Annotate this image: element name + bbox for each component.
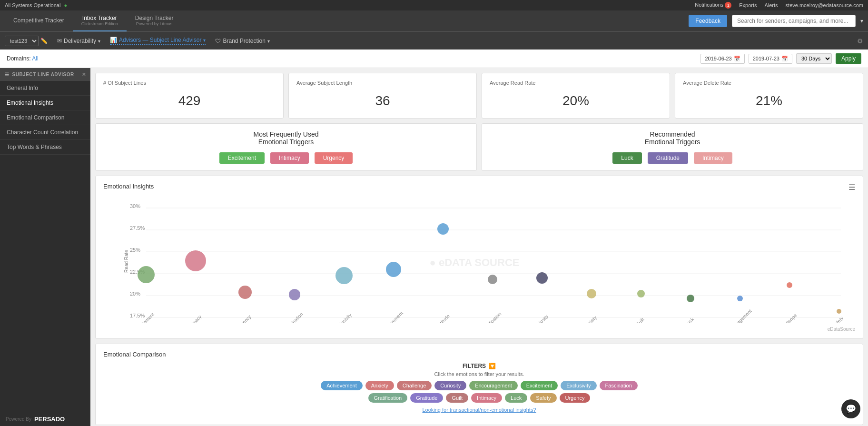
domain-all-link[interactable]: All — [32, 55, 38, 62]
exports-link[interactable]: Exports — [739, 2, 757, 8]
svg-text:Achievement: Achievement — [381, 310, 404, 323]
bubble-encouragement[interactable] — [737, 296, 743, 301]
stat-value-1: 36 — [296, 90, 469, 111]
tab-inbox[interactable]: Inbox Tracker Clickstream Edition — [73, 10, 127, 31]
system-status: All Systems Operational ● — [5, 2, 67, 8]
account-selector[interactable]: test123 ✏️ — [5, 36, 48, 46]
date-end-input[interactable]: 2019-07-23 📅 — [749, 54, 792, 64]
sidebar-icon: ☰ — [5, 72, 10, 77]
bubble-exclusivity[interactable] — [335, 267, 353, 284]
bubble-curiosity[interactable] — [536, 272, 548, 284]
nav-tabs: Competitive Tracker Inbox Tracker Clicks… — [5, 10, 182, 31]
edit-icon[interactable]: ✏️ — [40, 38, 48, 44]
tab-competitive[interactable]: Competitive Tracker — [5, 10, 73, 31]
date-start-input[interactable]: 2019-06-23 📅 — [700, 54, 744, 64]
rec-tag-luck[interactable]: Luck — [612, 152, 641, 164]
filter-tag-gratification[interactable]: Gratification — [368, 393, 408, 403]
sidebar-item-emotional[interactable]: Emotional Insights — [0, 96, 90, 110]
bubble-gratification[interactable] — [488, 275, 497, 284]
bubble-excitement[interactable] — [138, 266, 155, 283]
filter-tag-guilt[interactable]: Guilt — [446, 393, 468, 403]
stat-label-3: Average Delete Rate — [683, 80, 855, 86]
brand-nav[interactable]: 🛡 Brand Protection — [215, 38, 269, 44]
apply-button[interactable]: Apply — [836, 53, 861, 64]
notification-badge: 1 — [725, 2, 731, 9]
filter-tag-curiosity[interactable]: Curiosity — [434, 381, 466, 390]
chart-menu-icon[interactable]: ☰ — [848, 183, 855, 192]
bubble-intimacy[interactable] — [185, 250, 206, 271]
filter-tag-exclusivity[interactable]: Exclusivity — [561, 381, 596, 390]
bubble-gratitude[interactable] — [437, 223, 449, 235]
trigger-tag-urgency[interactable]: Urgency — [315, 152, 353, 164]
svg-text:Exclusivity: Exclusivity — [333, 312, 353, 323]
tab-design[interactable]: Design Tracker Powered by Litmus — [127, 10, 182, 31]
trigger-tag-intimacy[interactable]: Intimacy — [270, 152, 309, 164]
chart-attribution: eDataSource — [103, 327, 855, 332]
user-email: steve.mcelroy@edatasource.com — [786, 2, 863, 8]
rec-tag-gratitude[interactable]: Gratitude — [648, 152, 688, 164]
filter-tag-challenge[interactable]: Challenge — [397, 381, 432, 390]
search-input[interactable] — [732, 15, 856, 27]
search-dropdown-arrow[interactable]: ▾ — [860, 18, 863, 24]
advisors-nav[interactable]: 📊 Advisors — Subject Line Advisor — [110, 37, 206, 45]
filter-tag-anxiety[interactable]: Anxiety — [365, 381, 394, 390]
main-nav: Competitive Tracker Inbox Tracker Clicks… — [0, 10, 868, 31]
stat-card-read-rate: Average Read Rate 20% — [482, 73, 670, 119]
sidebar-item-character[interactable]: Character Count Correlation — [0, 125, 90, 140]
feedback-button[interactable]: Feedback — [689, 15, 727, 27]
domain-bar: Domains: All 2019-06-23 📅 2019-07-23 📅 3… — [0, 50, 868, 68]
triggers-row: Most Frequently Used Emotional Triggers … — [95, 123, 863, 171]
sidebar-item-comparison[interactable]: Emotional Comparison — [0, 110, 90, 125]
filter-tag-excitement[interactable]: Excitement — [521, 381, 558, 390]
transactional-link[interactable]: Looking for transactional/non-emotional … — [422, 407, 536, 413]
svg-text:Encouragement: Encouragement — [725, 308, 753, 323]
alerts-link[interactable]: Alerts — [764, 2, 778, 8]
bubble-urgency[interactable] — [238, 286, 252, 299]
filter-tag-safety[interactable]: Safety — [530, 393, 556, 403]
rec-tag-intimacy[interactable]: Intimacy — [694, 152, 732, 164]
sidebar-item-general[interactable]: General Info — [0, 81, 90, 96]
svg-text:25%: 25% — [130, 247, 140, 253]
stat-card-subject-lines: # Of Subject Lines 429 — [95, 73, 284, 119]
page-layout: ☰ SUBJECT LINE ADVISOR ✕ General Info Em… — [0, 68, 868, 426]
most-used-triggers-card: Most Frequently Used Emotional Triggers … — [95, 123, 477, 171]
notifications-label[interactable]: Notifications 1 — [695, 2, 731, 9]
period-selector[interactable]: 30 Days — [796, 53, 832, 64]
advisors-caret — [203, 37, 206, 43]
brand-caret — [267, 38, 270, 44]
bubble-anxiety[interactable] — [587, 289, 596, 298]
account-dropdown[interactable]: test123 — [5, 36, 39, 46]
stat-card-avg-length: Average Subject Length 36 — [288, 73, 477, 119]
bubble-chart-svg: 17.5% 20% 22.5% 25% 27.5% 30% Read Rate — [103, 195, 855, 323]
bubble-achievement[interactable] — [386, 262, 401, 277]
sidebar-header: ☰ SUBJECT LINE ADVISOR ✕ — [0, 68, 90, 81]
filter-tag-intimacy[interactable]: Intimacy — [471, 393, 502, 403]
filter-tag-gratitude[interactable]: Gratitude — [410, 393, 443, 403]
svg-text:Read Rate: Read Rate — [124, 250, 129, 273]
calendar-icon-start[interactable]: 📅 — [734, 56, 740, 62]
chat-icon[interactable]: 💬 — [841, 399, 860, 418]
bubble-fascination[interactable] — [289, 289, 300, 300]
filter-icon: 🔽 — [489, 363, 496, 369]
filter-tag-achievement[interactable]: Achievement — [321, 381, 363, 390]
sidebar-item-words[interactable]: Top Words & Phrases — [0, 140, 90, 155]
domain-section: Domains: All — [7, 55, 39, 62]
filter-tag-fascination[interactable]: Fascination — [600, 381, 638, 390]
svg-text:20%: 20% — [130, 291, 140, 297]
deliverability-caret — [98, 38, 100, 44]
trigger-tag-excitement[interactable]: Excitement — [219, 152, 265, 164]
gear-icon[interactable]: ⚙ — [857, 37, 863, 45]
calendar-icon-end[interactable]: 📅 — [781, 56, 788, 62]
persado-logo: PERSADO — [34, 416, 65, 423]
stat-value-2: 20% — [490, 90, 662, 111]
filter-tag-luck[interactable]: Luck — [505, 393, 527, 403]
bubble-guilt[interactable] — [637, 290, 645, 297]
deliverability-nav[interactable]: ✉ Deliverability — [57, 38, 100, 44]
sidebar-close-button[interactable]: ✕ — [82, 72, 86, 77]
most-used-tags: Excitement Intimacy Urgency — [103, 152, 469, 164]
bubble-luck[interactable] — [687, 295, 694, 302]
filter-tag-encouragement[interactable]: Encouragement — [469, 381, 518, 390]
bubble-challenge[interactable] — [787, 282, 792, 288]
filter-tag-urgency[interactable]: Urgency — [560, 393, 591, 403]
bubble-safety[interactable] — [837, 309, 841, 314]
